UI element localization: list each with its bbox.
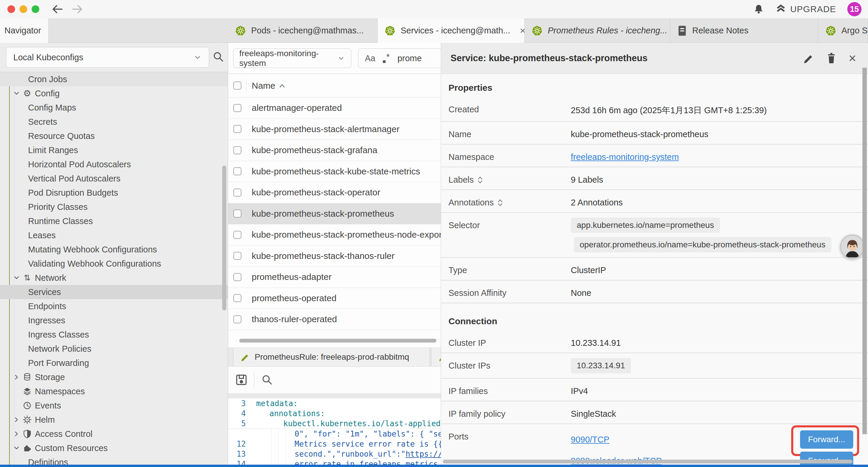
list-horizontal-scrollbar[interactable] [239, 339, 436, 343]
row-checkbox[interactable] [234, 231, 241, 239]
select-all-checkbox[interactable] [234, 82, 241, 90]
notification-count-badge[interactable]: 15 [847, 2, 862, 16]
expand-collapse-icon[interactable] [477, 176, 483, 184]
sidebar-item-ingresses[interactable]: Ingresses [0, 313, 228, 327]
sidebar-item-network-policies[interactable]: Network Policies [0, 342, 228, 356]
row-checkbox[interactable] [234, 104, 241, 112]
sidebar-item-cron-jobs[interactable]: Cron Jobs [0, 72, 228, 86]
close-panel-icon[interactable]: × [848, 54, 856, 63]
chevron-down-icon[interactable] [12, 444, 21, 452]
table-row[interactable]: kube-prometheus-stack-thanos-ruler [228, 245, 441, 267]
sidebar-item-resource-quotas[interactable]: Resource Quotas [0, 129, 228, 143]
chevron-right-icon[interactable] [12, 373, 21, 381]
sidebar-item-secrets[interactable]: Secrets [0, 115, 228, 129]
editor-tab[interactable] [431, 348, 441, 366]
editor-search-icon[interactable] [261, 374, 273, 386]
row-checkbox[interactable] [234, 209, 241, 217]
sidebar-item-namespaces[interactable]: Namespaces [0, 384, 228, 399]
sidebar-item-limit-ranges[interactable]: Limit Ranges [0, 143, 228, 157]
sidebar-item-helm[interactable]: Helm [0, 413, 228, 427]
tab-argo-se[interactable]: Argo Se [818, 18, 868, 43]
table-row[interactable]: kube-prometheus-stack-grafana [228, 140, 441, 161]
sidebar-item-port-forwarding[interactable]: Port Forwarding [0, 356, 228, 370]
table-row[interactable]: kube-prometheus-stack-prometheus-node-ex… [228, 224, 441, 245]
save-icon[interactable] [235, 373, 248, 387]
sidebar-item-ingress-classes[interactable]: Ingress Classes [0, 327, 228, 342]
row-checkbox[interactable] [234, 167, 241, 175]
upgrade-button[interactable]: UPGRADE [776, 3, 836, 15]
filter-query-text: prome [397, 54, 422, 63]
tab-release-notes[interactable]: Release Notes [670, 18, 818, 43]
sidebar-item-endpoints[interactable]: Endpoints [0, 299, 228, 313]
row-checkbox[interactable] [234, 273, 241, 281]
close-tab-icon[interactable]: × [520, 25, 525, 36]
sidebar-item-runtime-classes[interactable]: Runtime Classes [0, 214, 228, 228]
sidebar-item-priority-classes[interactable]: Priority Classes [0, 200, 228, 214]
assistant-avatar[interactable] [840, 234, 865, 259]
delete-trash-icon[interactable] [826, 52, 837, 64]
editor-tab[interactable]: PrometheusRule: freeleaps-prod-rabbitmq [233, 348, 430, 366]
back-arrow-icon[interactable] [51, 4, 64, 14]
minimize-window-button[interactable] [20, 5, 27, 13]
expand-collapse-icon[interactable] [497, 198, 503, 207]
namespace-select[interactable]: freeleaps-monitoring-system [233, 49, 351, 68]
forward-arrow-icon[interactable] [71, 4, 84, 14]
sidebar-item-config-maps[interactable]: Config Maps [0, 100, 228, 115]
table-row[interactable]: kube-prometheus-stack-alertmanager [228, 119, 441, 140]
sidebar-item-leases[interactable]: Leases [0, 228, 228, 242]
table-row[interactable]: alertmanager-operated [228, 97, 441, 119]
table-row[interactable]: prometheus-adapter [228, 267, 441, 288]
edit-pencil-icon[interactable] [802, 52, 814, 64]
sidebar-item-horizontal-pod-autoscalers[interactable]: Horizontal Pod Autoscalers [0, 157, 228, 171]
yaml-editor[interactable]: 3metadata:4annotations:5kubectl.kubernet… [228, 399, 441, 465]
sidebar-item-pod-disruption-budgets[interactable]: Pod Disruption Budgets [0, 185, 228, 200]
row-checkbox[interactable] [234, 315, 241, 323]
panel-horizontal-scrollbar[interactable] [443, 460, 852, 463]
sidebar-item-validating-webhook-configurations[interactable]: Validating Webhook Configurations [0, 257, 228, 271]
row-checkbox[interactable] [234, 294, 241, 302]
tab-services-icecheng-math[interactable]: Services - icecheng@math...× [378, 18, 525, 43]
port-link[interactable]: 9090/TCP [571, 435, 800, 444]
row-checkbox[interactable] [234, 125, 241, 133]
namespace-link[interactable]: freeleaps-monitoring-system [571, 149, 679, 162]
sidebar-item-services[interactable]: Services [0, 285, 228, 299]
row-checkbox[interactable] [234, 252, 241, 260]
kubeconfig-select[interactable]: Local Kubeconfigs [6, 47, 209, 68]
tab-pods-icecheng-mathmas[interactable]: Pods - icecheng@mathmas... [228, 18, 378, 43]
notifications-bell-icon[interactable] [753, 3, 764, 15]
maximize-window-button[interactable] [32, 5, 39, 13]
sidebar-item-label: Mutating Webhook Configurations [28, 245, 157, 255]
sidebar-item-network[interactable]: ⇅Network [0, 271, 228, 285]
sidebar-item-storage[interactable]: Storage [0, 370, 228, 384]
chevron-right-icon[interactable] [12, 430, 21, 438]
table-row[interactable]: kube-prometheus-stack-prometheus [228, 203, 441, 225]
puzzle-icon [23, 444, 32, 453]
sidebar-item-custom-resources[interactable]: Custom Resources [0, 441, 228, 455]
row-checkbox[interactable] [234, 188, 241, 197]
sidebar-item-events[interactable]: Events [0, 399, 228, 413]
panel-vertical-scrollbar[interactable] [862, 68, 867, 434]
table-row[interactable]: kube-prometheus-stack-operator [228, 182, 441, 203]
tab-prometheus-rules-icecheng[interactable]: Prometheus Rules - icecheng... [525, 18, 670, 43]
sidebar-scrollbar[interactable] [222, 166, 226, 310]
forward-button[interactable]: Forward... [800, 430, 853, 449]
sidebar-item-access-control[interactable]: Access Control [0, 427, 228, 441]
close-window-button[interactable] [7, 5, 15, 13]
chevron-down-icon[interactable] [12, 89, 21, 97]
name-column-header[interactable]: Name [252, 81, 285, 91]
sidebar-item-mutating-webhook-configurations[interactable]: Mutating Webhook Configurations [0, 242, 228, 257]
table-row[interactable]: prometheus-operated [228, 288, 441, 309]
match-case-icon[interactable]: Aa [365, 54, 375, 63]
tab-navigator[interactable]: Navigator [0, 18, 49, 43]
sidebar-search-icon[interactable] [212, 51, 224, 63]
row-checkbox[interactable] [234, 146, 241, 154]
chevron-right-icon[interactable] [12, 415, 21, 424]
regex-icon[interactable]: * [383, 54, 390, 63]
table-row[interactable]: kube-prometheus-stack-kube-state-metrics [228, 161, 441, 182]
table-row[interactable]: thanos-ruler-operated [228, 309, 441, 330]
chevron-down-icon[interactable] [12, 274, 21, 282]
sidebar-item-config[interactable]: ⚙Config [0, 86, 228, 100]
sidebar-item-vertical-pod-autoscalers[interactable]: Vertical Pod Autoscalers [0, 171, 228, 185]
filter-input[interactable]: Aa * prome [358, 49, 441, 68]
sidebar-item-definitions[interactable]: Definitions [0, 455, 228, 465]
